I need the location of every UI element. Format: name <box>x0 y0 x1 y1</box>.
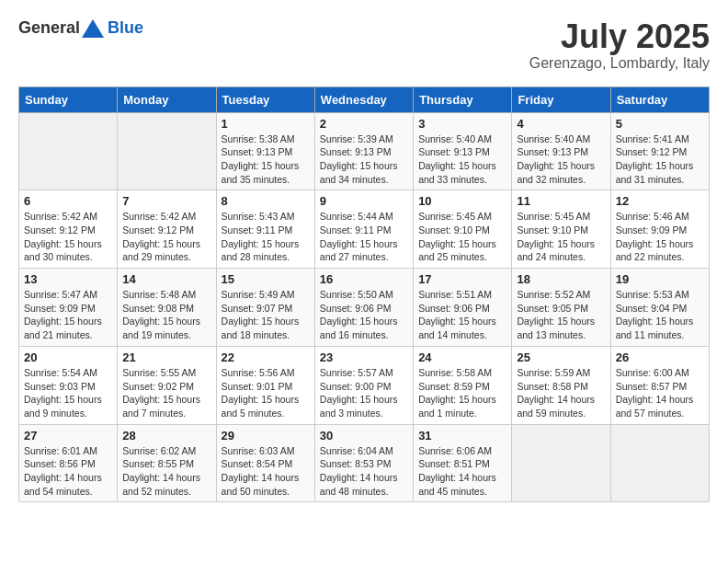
day-info: Sunrise: 5:43 AM Sunset: 9:11 PM Dayligh… <box>222 210 310 264</box>
weekday-monday: Monday <box>118 86 216 112</box>
day-number: 7 <box>122 194 210 208</box>
day-number: 24 <box>418 350 506 364</box>
day-number: 27 <box>24 429 112 442</box>
calendar-cell: 5Sunrise: 5:41 AM Sunset: 9:12 PM Daylig… <box>610 112 709 190</box>
day-info: Sunrise: 5:50 AM Sunset: 9:06 PM Dayligh… <box>320 288 408 342</box>
logo: General Blue <box>18 18 143 38</box>
day-info: Sunrise: 5:41 AM Sunset: 9:12 PM Dayligh… <box>616 132 704 187</box>
calendar-cell: 9Sunrise: 5:44 AM Sunset: 9:11 PM Daylig… <box>314 190 413 269</box>
svg-marker-0 <box>82 19 104 38</box>
weekday-thursday: Thursday <box>414 86 512 112</box>
day-info: Sunrise: 6:04 AM Sunset: 8:53 PM Dayligh… <box>320 444 408 499</box>
day-info: Sunrise: 5:45 AM Sunset: 9:10 PM Dayligh… <box>517 210 605 264</box>
day-info: Sunrise: 6:03 AM Sunset: 8:54 PM Dayligh… <box>222 444 310 499</box>
day-number: 29 <box>222 429 310 442</box>
logo-blue-text: Blue <box>108 18 143 38</box>
day-info: Sunrise: 5:58 AM Sunset: 8:59 PM Dayligh… <box>418 366 506 420</box>
day-info: Sunrise: 5:45 AM Sunset: 9:10 PM Dayligh… <box>418 210 506 264</box>
day-info: Sunrise: 5:53 AM Sunset: 9:04 PM Dayligh… <box>616 288 704 342</box>
calendar-table: SundayMondayTuesdayWednesdayThursdayFrid… <box>18 86 710 503</box>
day-info: Sunrise: 5:42 AM Sunset: 9:12 PM Dayligh… <box>122 210 210 264</box>
day-info: Sunrise: 5:59 AM Sunset: 8:58 PM Dayligh… <box>517 366 605 420</box>
day-info: Sunrise: 6:02 AM Sunset: 8:55 PM Dayligh… <box>122 444 210 499</box>
weekday-header-row: SundayMondayTuesdayWednesdayThursdayFrid… <box>19 86 710 112</box>
day-info: Sunrise: 5:56 AM Sunset: 9:01 PM Dayligh… <box>222 366 310 420</box>
day-info: Sunrise: 5:51 AM Sunset: 9:06 PM Dayligh… <box>418 288 506 342</box>
calendar-cell <box>610 424 709 502</box>
day-info: Sunrise: 5:52 AM Sunset: 9:05 PM Dayligh… <box>517 288 605 342</box>
calendar-week-3: 13Sunrise: 5:47 AM Sunset: 9:09 PM Dayli… <box>19 269 710 347</box>
calendar-cell: 10Sunrise: 5:45 AM Sunset: 9:10 PM Dayli… <box>414 190 512 269</box>
weekday-wednesday: Wednesday <box>314 86 413 112</box>
day-number: 11 <box>517 194 605 208</box>
calendar-cell: 1Sunrise: 5:38 AM Sunset: 9:13 PM Daylig… <box>216 112 314 190</box>
weekday-saturday: Saturday <box>610 86 709 112</box>
calendar-cell: 29Sunrise: 6:03 AM Sunset: 8:54 PM Dayli… <box>216 424 314 502</box>
calendar-week-1: 1Sunrise: 5:38 AM Sunset: 9:13 PM Daylig… <box>19 112 710 190</box>
calendar-cell <box>19 112 118 190</box>
day-number: 9 <box>320 194 408 208</box>
day-number: 20 <box>24 350 112 364</box>
day-number: 5 <box>616 117 704 131</box>
calendar-cell: 28Sunrise: 6:02 AM Sunset: 8:55 PM Dayli… <box>118 424 216 502</box>
day-info: Sunrise: 5:49 AM Sunset: 9:07 PM Dayligh… <box>222 288 310 342</box>
calendar-cell: 16Sunrise: 5:50 AM Sunset: 9:06 PM Dayli… <box>314 269 413 347</box>
day-number: 6 <box>24 194 112 208</box>
day-number: 30 <box>320 429 408 442</box>
title-block: July 2025 Gerenzago, Lombardy, Italy <box>529 18 710 72</box>
day-number: 22 <box>222 350 310 364</box>
day-number: 16 <box>320 272 408 286</box>
calendar-cell: 2Sunrise: 5:39 AM Sunset: 9:13 PM Daylig… <box>314 112 413 190</box>
calendar-week-5: 27Sunrise: 6:01 AM Sunset: 8:56 PM Dayli… <box>19 424 710 502</box>
day-number: 10 <box>418 194 506 208</box>
day-info: Sunrise: 5:55 AM Sunset: 9:02 PM Dayligh… <box>122 366 210 420</box>
day-number: 2 <box>320 117 408 131</box>
calendar-cell: 8Sunrise: 5:43 AM Sunset: 9:11 PM Daylig… <box>216 190 314 269</box>
day-number: 23 <box>320 350 408 364</box>
day-info: Sunrise: 5:39 AM Sunset: 9:13 PM Dayligh… <box>320 132 408 187</box>
logo-icon <box>82 19 104 38</box>
calendar-cell: 27Sunrise: 6:01 AM Sunset: 8:56 PM Dayli… <box>19 424 118 502</box>
calendar-cell: 17Sunrise: 5:51 AM Sunset: 9:06 PM Dayli… <box>414 269 512 347</box>
day-info: Sunrise: 5:40 AM Sunset: 9:13 PM Dayligh… <box>418 132 506 187</box>
day-number: 25 <box>517 350 605 364</box>
day-info: Sunrise: 5:40 AM Sunset: 9:13 PM Dayligh… <box>517 132 605 187</box>
day-info: Sunrise: 6:01 AM Sunset: 8:56 PM Dayligh… <box>24 444 112 499</box>
page-header: General Blue July 2025 Gerenzago, Lombar… <box>18 18 710 72</box>
day-info: Sunrise: 5:46 AM Sunset: 9:09 PM Dayligh… <box>616 210 704 264</box>
day-info: Sunrise: 6:00 AM Sunset: 8:57 PM Dayligh… <box>616 366 704 420</box>
calendar-cell: 4Sunrise: 5:40 AM Sunset: 9:13 PM Daylig… <box>512 112 610 190</box>
calendar-cell: 18Sunrise: 5:52 AM Sunset: 9:05 PM Dayli… <box>512 269 610 347</box>
day-number: 28 <box>122 429 210 442</box>
calendar-cell: 11Sunrise: 5:45 AM Sunset: 9:10 PM Dayli… <box>512 190 610 269</box>
day-number: 3 <box>418 117 506 131</box>
day-info: Sunrise: 5:42 AM Sunset: 9:12 PM Dayligh… <box>24 210 112 264</box>
calendar-cell: 6Sunrise: 5:42 AM Sunset: 9:12 PM Daylig… <box>19 190 118 269</box>
day-number: 26 <box>616 350 704 364</box>
logo-general-text: General <box>18 18 80 38</box>
calendar-week-2: 6Sunrise: 5:42 AM Sunset: 9:12 PM Daylig… <box>19 190 710 269</box>
day-number: 13 <box>24 272 112 286</box>
month-title: July 2025 <box>529 18 710 55</box>
calendar-cell: 25Sunrise: 5:59 AM Sunset: 8:58 PM Dayli… <box>512 346 610 424</box>
calendar-cell: 23Sunrise: 5:57 AM Sunset: 9:00 PM Dayli… <box>314 346 413 424</box>
calendar-cell: 15Sunrise: 5:49 AM Sunset: 9:07 PM Dayli… <box>216 269 314 347</box>
day-number: 31 <box>418 429 506 442</box>
weekday-friday: Friday <box>512 86 610 112</box>
day-info: Sunrise: 5:47 AM Sunset: 9:09 PM Dayligh… <box>24 288 112 342</box>
calendar-week-4: 20Sunrise: 5:54 AM Sunset: 9:03 PM Dayli… <box>19 346 710 424</box>
day-info: Sunrise: 5:57 AM Sunset: 9:00 PM Dayligh… <box>320 366 408 420</box>
calendar-cell: 12Sunrise: 5:46 AM Sunset: 9:09 PM Dayli… <box>610 190 709 269</box>
day-info: Sunrise: 5:48 AM Sunset: 9:08 PM Dayligh… <box>122 288 210 342</box>
day-info: Sunrise: 6:06 AM Sunset: 8:51 PM Dayligh… <box>418 444 506 499</box>
calendar-cell: 14Sunrise: 5:48 AM Sunset: 9:08 PM Dayli… <box>118 269 216 347</box>
calendar-cell: 19Sunrise: 5:53 AM Sunset: 9:04 PM Dayli… <box>610 269 709 347</box>
day-number: 12 <box>616 194 704 208</box>
weekday-sunday: Sunday <box>19 86 118 112</box>
calendar-cell: 22Sunrise: 5:56 AM Sunset: 9:01 PM Dayli… <box>216 346 314 424</box>
weekday-tuesday: Tuesday <box>216 86 314 112</box>
day-number: 8 <box>222 194 310 208</box>
calendar-cell: 31Sunrise: 6:06 AM Sunset: 8:51 PM Dayli… <box>414 424 512 502</box>
calendar-cell: 26Sunrise: 6:00 AM Sunset: 8:57 PM Dayli… <box>610 346 709 424</box>
day-info: Sunrise: 5:38 AM Sunset: 9:13 PM Dayligh… <box>222 132 310 187</box>
